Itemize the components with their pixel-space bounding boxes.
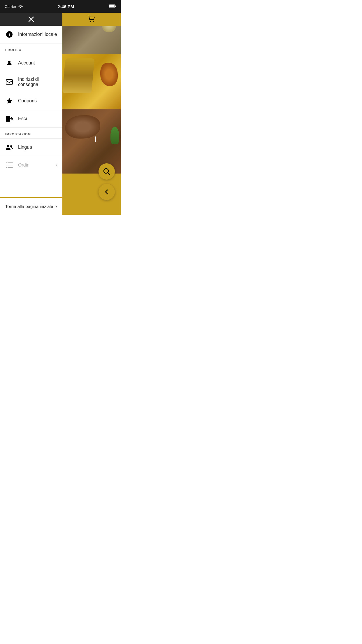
food-image-2 (62, 54, 121, 109)
svg-rect-10 (6, 80, 13, 84)
lingua-item[interactable]: Lingua (0, 139, 62, 156)
carrier-label: Carrier (5, 4, 16, 9)
coupons-item[interactable]: Coupons (0, 92, 62, 110)
info-locale-item[interactable]: i Informazioni locale (0, 26, 62, 43)
left-menu-panel: i Informazioni locale PROFILO Account In (0, 26, 62, 197)
status-bar-time: 2:46 PM (58, 4, 74, 9)
status-bar-left: Carrier (5, 4, 23, 9)
ordini-chevron-icon: › (56, 162, 57, 168)
coupons-label: Coupons (18, 98, 37, 104)
list-icon (5, 161, 13, 169)
impostazioni-section-header: IMPOSTAZIONI (0, 128, 62, 139)
ordini-item[interactable]: Ordini › (0, 156, 62, 174)
profilo-section-header: PROFILO (0, 43, 62, 54)
ordini-item-left: Ordini (5, 161, 31, 169)
svg-marker-13 (6, 98, 12, 104)
indirizzi-item[interactable]: Indirizzi di consegna (0, 72, 62, 92)
account-label: Account (18, 60, 35, 66)
svg-point-17 (10, 145, 12, 147)
battery-icon (109, 4, 116, 9)
people-icon (5, 143, 13, 151)
svg-text:i: i (9, 32, 10, 37)
esci-item[interactable]: Esci (0, 110, 62, 128)
svg-point-4 (93, 21, 94, 22)
right-panel (62, 0, 121, 215)
svg-rect-14 (6, 116, 10, 122)
ordini-label: Ordini (18, 162, 31, 168)
lingua-label: Lingua (18, 145, 32, 150)
exit-icon (5, 115, 13, 123)
svg-rect-2 (115, 6, 116, 7)
person-icon (5, 59, 13, 67)
esci-label: Esci (18, 116, 27, 121)
info-locale-label: Informazioni locale (18, 32, 57, 37)
cart-button[interactable] (62, 13, 121, 26)
star-icon (5, 97, 13, 105)
wifi-icon (18, 4, 23, 9)
svg-rect-1 (109, 5, 115, 7)
text-cursor (95, 136, 96, 142)
info-icon: i (5, 30, 13, 38)
svg-point-16 (7, 145, 9, 147)
bottom-bar[interactable]: Torna alla pagina iniziale › (0, 197, 62, 215)
status-bar-right (109, 4, 116, 9)
bottom-bar-arrow-icon: › (55, 203, 57, 210)
status-bar: Carrier 2:46 PM (0, 0, 121, 13)
bottom-bar-label: Torna alla pagina iniziale (5, 204, 53, 209)
back-fab-button[interactable] (99, 184, 115, 200)
svg-point-9 (8, 61, 10, 63)
search-fab-button[interactable] (99, 163, 115, 180)
svg-point-3 (90, 21, 91, 22)
close-button[interactable] (0, 13, 62, 26)
account-item[interactable]: Account (0, 54, 62, 72)
food-image-3 (62, 109, 121, 174)
indirizzi-label: Indirizzi di consegna (18, 77, 57, 87)
envelope-icon (5, 78, 13, 86)
svg-line-25 (108, 173, 110, 175)
